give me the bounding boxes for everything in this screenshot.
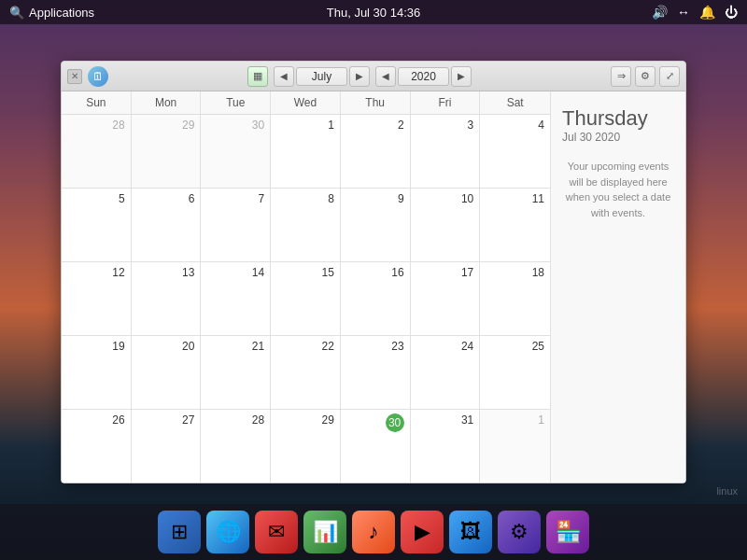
day-number: 3: [468, 119, 474, 132]
day-cell[interactable]: 1: [480, 410, 550, 483]
day-number: 8: [328, 192, 334, 205]
day-number: 1: [328, 119, 334, 132]
calendar-weeks: 2829301234567891011121314151617181920212…: [62, 115, 550, 483]
header-wed: Wed: [271, 91, 341, 114]
close-button[interactable]: ✕: [67, 69, 82, 84]
day-cell[interactable]: 27: [132, 410, 202, 483]
day-number: 29: [182, 119, 194, 132]
day-cell[interactable]: 15: [271, 262, 341, 335]
day-number: 17: [461, 266, 473, 279]
day-cell[interactable]: 6: [132, 189, 202, 261]
day-number: 9: [398, 192, 404, 205]
dock-item-store[interactable]: 🏪: [546, 511, 589, 553]
window-actions: ⇒ ⚙ ⤢: [611, 66, 680, 87]
day-cell[interactable]: 18: [480, 262, 550, 335]
day-cell[interactable]: 29: [132, 115, 202, 188]
week-row: 12131415161718: [62, 262, 550, 336]
dock-item-photos[interactable]: 🖼: [449, 511, 492, 553]
month-label: July: [296, 67, 347, 86]
day-number: 22: [321, 340, 333, 353]
day-cell[interactable]: 5: [62, 189, 132, 261]
day-cell[interactable]: 17: [411, 262, 481, 335]
day-cell[interactable]: 22: [271, 336, 341, 409]
day-cell[interactable]: 16: [341, 262, 411, 335]
day-cell[interactable]: 7: [201, 189, 271, 261]
day-number: 7: [258, 192, 264, 205]
header-thu: Thu: [341, 91, 411, 114]
day-cell[interactable]: 28: [201, 410, 271, 483]
side-panel: Thursday Jul 30 2020 Your upcoming event…: [550, 91, 685, 483]
dock-item-mail[interactable]: ✉: [255, 511, 298, 553]
dock-item-video[interactable]: ▶: [401, 511, 444, 553]
day-number: 18: [532, 266, 544, 279]
day-cell[interactable]: 2: [341, 115, 411, 188]
selected-day-name: Thursday: [562, 106, 674, 131]
week-row: 567891011: [62, 189, 550, 262]
day-cell[interactable]: 30: [341, 410, 411, 483]
day-cell[interactable]: 24: [411, 336, 481, 409]
day-cell[interactable]: 1: [271, 115, 341, 188]
datetime-display: Thu, Jul 30 14:36: [327, 6, 420, 20]
prev-month-button[interactable]: ◀: [274, 66, 294, 87]
network-icon[interactable]: ↔: [677, 5, 690, 20]
day-number: 14: [252, 266, 264, 279]
day-cell[interactable]: 14: [201, 262, 271, 335]
volume-icon[interactable]: 🔊: [652, 5, 668, 20]
header-sun: Sun: [62, 91, 132, 114]
title-bar: ✕ 🗓 ▦ ◀ July ▶ ◀ 2020 ▶ ⇒ ⚙ ⤢: [62, 62, 685, 91]
applications-menu[interactable]: 🔍 Applications: [9, 6, 94, 20]
year-label: 2020: [398, 67, 449, 86]
day-cell[interactable]: 20: [132, 336, 202, 409]
day-number: 10: [461, 192, 473, 205]
day-cell[interactable]: 29: [271, 410, 341, 483]
dock-item-browser[interactable]: 🌐: [206, 511, 249, 553]
day-number: 23: [391, 340, 403, 353]
dock-item-calc[interactable]: 📊: [303, 511, 346, 553]
notification-icon[interactable]: 🔔: [699, 5, 715, 20]
day-cell[interactable]: 25: [480, 336, 550, 409]
day-cell[interactable]: 28: [62, 115, 132, 188]
week-row: 2829301234: [62, 115, 550, 189]
calendar-icon: 🗓: [88, 66, 108, 87]
day-number: 30: [252, 119, 264, 132]
settings-button[interactable]: ⚙: [635, 66, 655, 87]
dock-item-multitask[interactable]: ⊞: [158, 511, 201, 553]
sync-button[interactable]: ⇒: [611, 66, 631, 87]
day-cell[interactable]: 26: [62, 410, 132, 483]
day-number: 5: [119, 192, 125, 205]
selected-date: Jul 30 2020: [562, 131, 674, 144]
day-cell[interactable]: 3: [411, 115, 481, 188]
events-message: Your upcoming events will be displayed h…: [562, 159, 674, 220]
day-headers: Sun Mon Tue Wed Thu Fri Sat: [62, 91, 550, 115]
dock-item-music[interactable]: ♪: [352, 511, 395, 553]
dock-item-settings[interactable]: ⚙: [498, 511, 541, 553]
day-cell[interactable]: 19: [62, 336, 132, 409]
day-cell[interactable]: 8: [271, 189, 341, 261]
day-number: 12: [112, 266, 124, 279]
fullscreen-button[interactable]: ⤢: [659, 66, 680, 87]
search-icon: 🔍: [9, 6, 24, 20]
day-cell[interactable]: 9: [341, 189, 411, 261]
day-cell[interactable]: 12: [62, 262, 132, 335]
day-cell[interactable]: 23: [341, 336, 411, 409]
day-number: 24: [461, 340, 473, 353]
day-number: 16: [391, 266, 403, 279]
top-bar-right: 🔊 ↔ 🔔 ⏻: [652, 5, 738, 20]
watermark: linux: [716, 485, 738, 497]
prev-year-button[interactable]: ◀: [375, 66, 396, 87]
day-cell[interactable]: 10: [411, 189, 481, 261]
day-cell[interactable]: 30: [201, 115, 271, 188]
header-tue: Tue: [201, 91, 271, 114]
day-number: 15: [321, 266, 333, 279]
day-number: 28: [112, 119, 124, 132]
power-icon[interactable]: ⏻: [725, 5, 738, 20]
next-year-button[interactable]: ▶: [451, 66, 472, 87]
day-cell[interactable]: 4: [480, 115, 550, 188]
day-cell[interactable]: 31: [411, 410, 481, 483]
next-month-button[interactable]: ▶: [349, 66, 370, 87]
day-cell[interactable]: 11: [480, 189, 550, 261]
month-view-button[interactable]: ▦: [247, 66, 268, 87]
dock: ⊞ 🌐 ✉ 📊 ♪ ▶ 🖼 ⚙ 🏪: [0, 504, 747, 560]
day-cell[interactable]: 21: [201, 336, 271, 409]
day-cell[interactable]: 13: [132, 262, 202, 335]
